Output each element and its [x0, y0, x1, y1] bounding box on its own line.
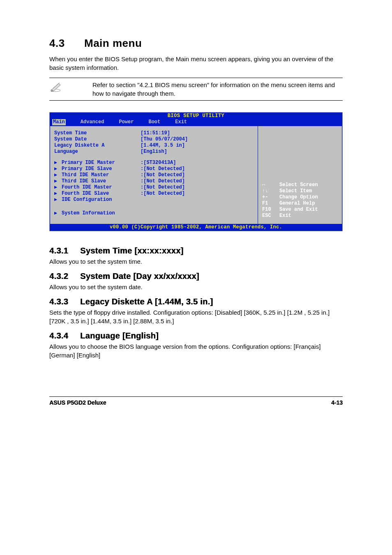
bios-left-panel: System Time[11:51:19] System Date[Thu 05…	[50, 126, 258, 224]
bios-screenshot: BIOS SETUP UTILITY MainAdvancedPowerBoot…	[49, 112, 343, 231]
subsection-heading: 4.3.3Legacy Diskette A [1.44M, 3.5 in.]	[49, 297, 343, 306]
bios-row-value: [11:51:19]	[141, 130, 170, 136]
bios-row-label: Legacy Diskette A	[54, 143, 141, 149]
subsection-number: 4.3.2	[49, 272, 80, 281]
bios-help: ↔Select Screen ↑↓Select Item +-Change Op…	[262, 182, 339, 219]
bios-sub-value: :[Not Detected]	[141, 166, 185, 172]
bios-sub-value: :[Not Detected]	[141, 184, 185, 191]
help-key: ↔	[262, 182, 279, 188]
bios-sub-label: Primary IDE Master	[62, 160, 141, 166]
subsection-number: 4.3.1	[49, 246, 80, 256]
section-number: 4.3	[49, 37, 84, 50]
bios-tab-exit: Exit	[175, 119, 187, 125]
bios-row-value: [Thu 05/07/2004]	[141, 136, 188, 143]
note-text: Refer to section "4.2.1 BIOS menu screen…	[66, 81, 343, 98]
note-box: Refer to section "4.2.1 BIOS menu screen…	[49, 78, 343, 101]
subsection-title: System Time [xx:xx:xxxx]	[80, 246, 183, 255]
subsection-number: 4.3.4	[49, 331, 80, 341]
bios-tab-boot: Boot	[148, 119, 160, 125]
bios-row-label: System Date	[54, 136, 141, 143]
help-key: F1	[262, 200, 279, 207]
pencil-icon	[49, 81, 66, 94]
help-text: Select Item	[279, 188, 312, 194]
triangle-icon: ▶	[54, 184, 62, 191]
page-footer: ASUS P5GD2 Deluxe 4-13	[49, 396, 343, 406]
section-title: Main menu	[84, 37, 142, 49]
footer-left: ASUS P5GD2 Deluxe	[49, 399, 106, 406]
bios-sub-value: :[Not Detected]	[141, 178, 185, 184]
help-text: Select Screen	[279, 182, 318, 188]
bios-sub-value: :[ST320413A]	[141, 160, 176, 166]
bios-tab-advanced: Advanced	[81, 119, 104, 125]
subsection-body: Allows you to set the system date.	[49, 283, 343, 291]
help-text: Save and Exit	[279, 207, 318, 213]
bios-sub-label: Primary IDE Slave	[62, 166, 141, 172]
bios-right-panel: ↔Select Screen ↑↓Select Item +-Change Op…	[258, 126, 342, 224]
bios-sysinfo: System Information	[62, 210, 115, 216]
bios-tab-main: Main	[52, 119, 66, 125]
subsection-heading: 4.3.2System Date [Day xx/xx/xxxx]	[49, 272, 343, 281]
help-key: +-	[262, 194, 279, 200]
help-key: ESC	[262, 213, 279, 219]
bios-tab-power: Power	[119, 119, 134, 125]
subsection-title: Language [English]	[80, 331, 159, 340]
help-text: Change Option	[279, 194, 318, 200]
bios-row-label: System Time	[54, 130, 141, 136]
bios-sub-value: :[Not Detected]	[141, 191, 185, 197]
help-text: General Help	[279, 200, 315, 207]
subsection-number: 4.3.3	[49, 297, 80, 306]
triangle-icon: ▶	[54, 160, 62, 166]
help-key: F10	[262, 207, 279, 213]
bios-sub-label: Fourth IDE Slave	[62, 191, 141, 197]
triangle-icon: ▶	[54, 172, 62, 178]
bios-sub-value: :[Not Detected]	[141, 172, 185, 178]
bios-sub-label: Third IDE Slave	[62, 178, 141, 184]
help-text: Exit	[279, 213, 291, 219]
subsection-heading: 4.3.4Language [English]	[49, 331, 343, 341]
subsection-body: Sets the type of floppy drive installed.…	[49, 308, 343, 325]
triangle-icon: ▶	[54, 166, 62, 172]
help-key: ↑↓	[262, 188, 279, 194]
bios-sub-label: IDE Configuration	[62, 197, 141, 203]
bios-sub-label: Third IDE Master	[62, 172, 141, 178]
bios-row-label: Language	[54, 149, 141, 155]
bios-sub-label: Fourth IDE Master	[62, 184, 141, 191]
svg-marker-1	[52, 83, 60, 91]
bios-row-value: [1.44M, 3.5 in]	[141, 143, 185, 149]
intro-text: When you enter the BIOS Setup program, t…	[49, 55, 343, 72]
subsection-heading: 4.3.1System Time [xx:xx:xxxx]	[49, 246, 343, 256]
triangle-icon: ▶	[54, 197, 62, 203]
subsection-body: Allows you to set the system time.	[49, 257, 343, 266]
bios-row-value: [English]	[141, 149, 167, 155]
subsection-title: System Date [Day xx/xx/xxxx]	[80, 272, 199, 281]
footer-right: 4-13	[331, 399, 343, 406]
bios-title: BIOS SETUP UTILITY	[50, 113, 342, 119]
triangle-icon: ▶	[54, 178, 62, 184]
triangle-icon: ▶	[54, 210, 62, 216]
bios-footer: v00.00 (C)Copyright 1985-2002, American …	[50, 224, 342, 231]
subsection-title: Legacy Diskette A [1.44M, 3.5 in.]	[80, 297, 213, 306]
section-heading: 4.3Main menu	[49, 37, 343, 50]
subsection-body: Allows you to choose the BIOS language v…	[49, 342, 343, 359]
bios-tabs: MainAdvancedPowerBootExit	[50, 119, 342, 126]
triangle-icon: ▶	[54, 191, 62, 197]
